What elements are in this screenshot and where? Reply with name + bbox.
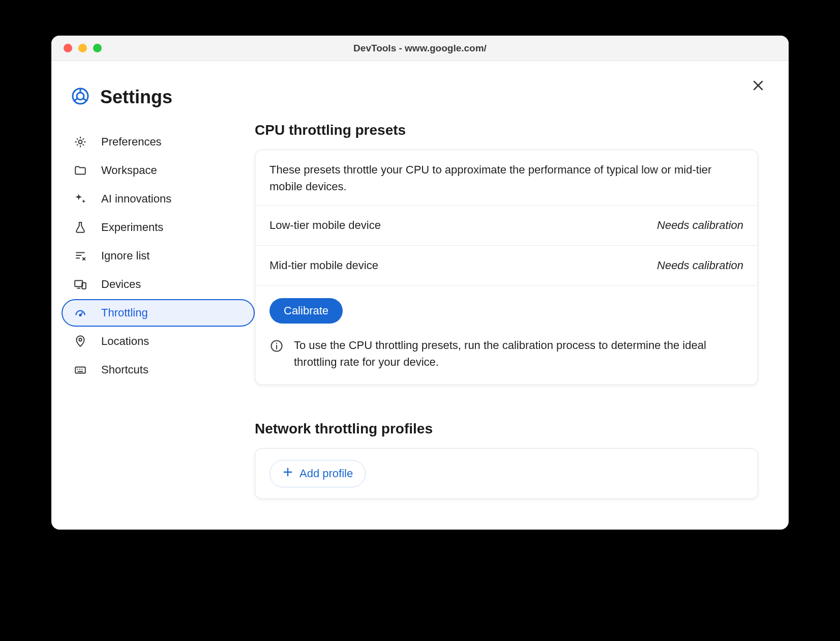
sidebar-item-label: Workspace [101, 164, 157, 177]
svg-rect-13 [75, 280, 82, 286]
devices-icon [74, 278, 87, 291]
sparkle-icon [74, 192, 87, 206]
preset-name: Mid-tier mobile device [269, 259, 378, 272]
sidebar-item-experiments[interactable]: Experiments [62, 214, 255, 241]
add-profile-label: Add profile [299, 467, 353, 480]
sidebar-item-devices[interactable]: Devices [62, 271, 255, 298]
calibrate-button[interactable]: Calibrate [269, 298, 343, 324]
close-settings-button[interactable] [752, 79, 764, 94]
sidebar-item-ai-innovations[interactable]: AI innovations [62, 185, 255, 213]
flask-icon [74, 221, 87, 234]
folder-icon [74, 164, 87, 177]
svg-rect-19 [75, 367, 85, 373]
sidebar-item-workspace[interactable]: Workspace [62, 157, 255, 184]
sidebar-item-label: Experiments [101, 221, 163, 234]
settings-content: Settings Preferences [51, 61, 789, 530]
svg-line-5 [74, 98, 78, 101]
sidebar-item-label: Ignore list [101, 249, 149, 263]
sidebar-item-label: Locations [101, 335, 149, 348]
window-title: DevTools - www.google.com/ [51, 43, 789, 54]
window-titlebar: DevTools - www.google.com/ [51, 36, 789, 61]
info-icon [269, 339, 284, 353]
preset-status: Needs calibration [657, 219, 743, 232]
location-pin-icon [74, 335, 87, 348]
settings-title: Settings [100, 86, 172, 108]
sidebar-item-label: Devices [101, 278, 141, 291]
cpu-presets-description: These presets throttle your CPU to appro… [255, 150, 758, 206]
plus-icon [282, 467, 293, 481]
sidebar-item-label: Preferences [101, 135, 162, 149]
minimize-window-button[interactable] [78, 44, 87, 52]
network-profiles-card: Add profile [255, 448, 758, 499]
svg-line-6 [83, 98, 86, 101]
close-window-button[interactable] [64, 44, 72, 52]
preset-status: Needs calibration [657, 259, 743, 272]
cpu-card-footer: Calibrate To use the CPU throttling pres… [255, 286, 758, 385]
network-section-title: Network throttling profiles [255, 421, 758, 437]
sidebar-item-preferences[interactable]: Preferences [62, 128, 255, 156]
add-profile-button[interactable]: Add profile [269, 460, 366, 487]
sidebar-item-label: AI innovations [101, 192, 171, 206]
devtools-window: DevTools - www.google.com/ [51, 36, 789, 530]
list-x-icon [74, 249, 87, 263]
sidebar-item-label: Throttling [101, 306, 148, 319]
cpu-presets-card: These presets throttle your CPU to appro… [255, 150, 758, 385]
preset-row: Low-tier mobile device Needs calibration [255, 206, 758, 246]
settings-sidebar: Settings Preferences [51, 76, 255, 499]
gear-icon [74, 135, 87, 149]
settings-header: Settings [62, 86, 255, 108]
calibration-info-text: To use the CPU throttling presets, run t… [294, 337, 743, 370]
traffic-lights [51, 44, 102, 52]
sidebar-item-shortcuts[interactable]: Shortcuts [62, 356, 255, 384]
devtools-logo-icon [72, 88, 89, 107]
cpu-section-title: CPU throttling presets [255, 122, 758, 138]
close-icon [752, 79, 764, 92]
sidebar-item-label: Shortcuts [101, 363, 148, 376]
svg-point-18 [79, 338, 81, 341]
svg-point-26 [276, 343, 277, 344]
speedometer-icon [74, 306, 87, 319]
sidebar-item-throttling[interactable]: Throttling [62, 299, 255, 327]
svg-point-7 [79, 140, 82, 144]
svg-point-17 [79, 314, 81, 316]
preset-row: Mid-tier mobile device Needs calibration [255, 246, 758, 286]
sidebar-item-locations[interactable]: Locations [62, 328, 255, 355]
keyboard-icon [74, 363, 87, 376]
settings-main: CPU throttling presets These presets thr… [255, 76, 789, 499]
sidebar-item-ignore-list[interactable]: Ignore list [62, 242, 255, 270]
maximize-window-button[interactable] [93, 44, 102, 52]
preset-name: Low-tier mobile device [269, 219, 381, 232]
calibration-info: To use the CPU throttling presets, run t… [269, 337, 743, 370]
sidebar-items: Preferences Workspace [62, 128, 255, 384]
